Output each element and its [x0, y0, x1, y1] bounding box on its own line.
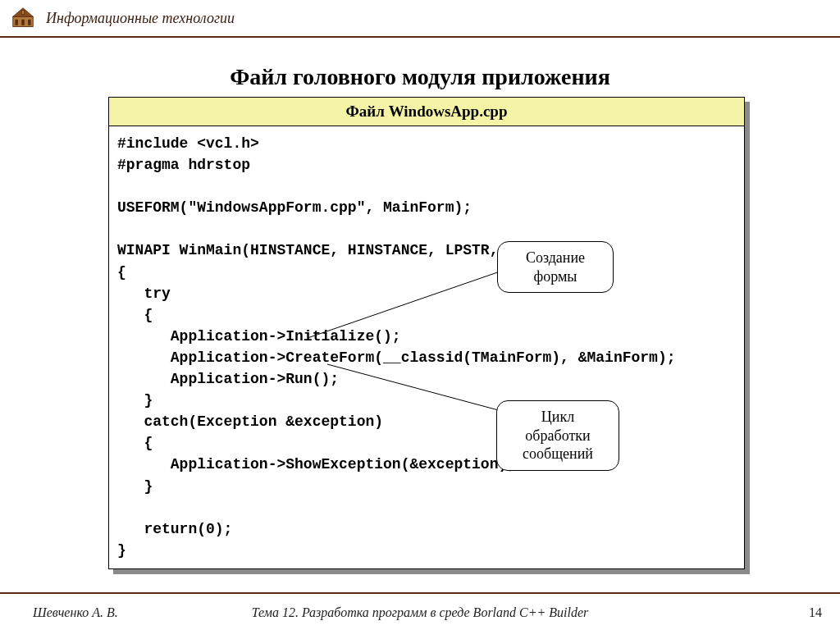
code-panel-shadow: Файл WindowsApp.cpp #include <vcl.h> #pr… [113, 102, 750, 574]
course-title: Информационные технологии [46, 10, 235, 27]
svg-rect-1 [15, 20, 18, 25]
slide-page: Информационные технологии Файл головного… [0, 0, 840, 630]
slide-title: Файл головного модуля приложения [0, 64, 840, 90]
university-logo-icon [11, 7, 34, 30]
footer-topic: Тема 12. Разработка программ в среде Bor… [0, 605, 840, 620]
code-panel-title: Файл WindowsApp.cpp [109, 98, 744, 126]
footer-bar: Шевченко А. В. Тема 12. Разработка прогр… [0, 592, 840, 630]
callout-text: Цикл обработки сообщений [523, 409, 593, 462]
callout-text: Создание формы [526, 249, 585, 285]
header-bar: Информационные технологии [0, 0, 840, 38]
footer-page-number: 14 [809, 605, 822, 620]
svg-rect-3 [28, 20, 31, 25]
svg-rect-5 [21, 10, 25, 14]
code-block: #include <vcl.h> #pragma hdrstop USEFORM… [109, 126, 744, 568]
callout-create-form: Создание формы [497, 241, 614, 293]
callout-message-loop: Цикл обработки сообщений [496, 400, 619, 471]
code-panel: Файл WindowsApp.cpp #include <vcl.h> #pr… [108, 97, 745, 569]
svg-rect-2 [21, 20, 25, 25]
